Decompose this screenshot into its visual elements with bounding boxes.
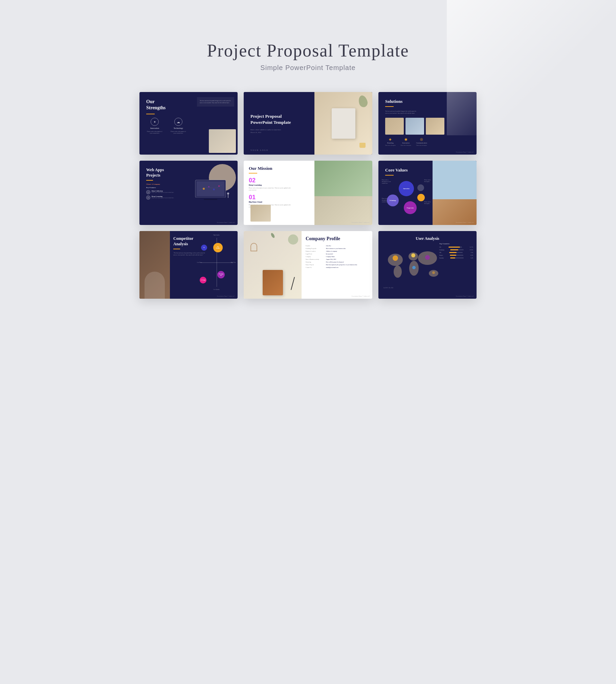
- world-map: Jan 2018 - Dec 2022: [383, 245, 443, 285]
- mission-underline: [249, 173, 257, 174]
- slide-corevalues[interactable]: Core Values Please write adescription of…: [378, 161, 477, 225]
- stat-pct: 8.55%: [470, 249, 473, 251]
- page-title: Project Proposal Template: [0, 0, 616, 61]
- stat-bar-fill: [450, 249, 458, 250]
- info-label: Contact Us: [306, 267, 324, 268]
- innovation-sol-label: Innovation: [402, 142, 410, 144]
- communication-desc: Please write a description: [416, 145, 427, 146]
- feature-1-icon: ⊙: [146, 190, 150, 194]
- profile-info-table: FounderJohn DoeFounding ProposalsShort s…: [306, 245, 368, 268]
- branding-label: Branding: [387, 142, 394, 144]
- branding-icon: ◈: [389, 137, 392, 141]
- stat-pct: 5.4%: [470, 257, 473, 259]
- cv-photo-top: [433, 161, 477, 199]
- stats-rows: US 12.7% Germany 8.55% UK 7.9% France 6.…: [439, 246, 473, 259]
- cv-label-4: Please write adescription.: [424, 201, 431, 205]
- innovation-desc: Please write a description of your conte…: [146, 131, 163, 134]
- mission-right: [314, 161, 372, 225]
- info-label: Business Location: [306, 250, 324, 252]
- cover-title: Project ProposalPowerPoint Template: [250, 113, 308, 126]
- cover-logo: YOUR LOGO: [250, 149, 268, 151]
- feature-1-desc: Please write a description of your conte…: [152, 192, 174, 193]
- info-value: Address of company: [326, 250, 337, 252]
- feature-2-icon: ⊙: [146, 196, 150, 200]
- profile-info-row: FounderJohn Doe: [306, 245, 368, 247]
- page-num-corevalues: Presentation Name © Author ● 6: [456, 222, 474, 223]
- info-label: Future Projects: [306, 264, 324, 266]
- solution-photo-2: [405, 118, 424, 135]
- profile-content: Company Profile FounderJohn DoeFounding …: [302, 231, 372, 299]
- cover-photo: [314, 92, 372, 155]
- corevalues-photo: [433, 161, 477, 225]
- svg-point-18: [432, 271, 435, 274]
- icon-technology: ☁ Technology Please write a description …: [170, 118, 187, 134]
- svg-point-5: [218, 185, 220, 187]
- svg-point-15: [411, 253, 415, 257]
- cover-left: Project ProposalPowerPoint Template Ente…: [244, 92, 314, 155]
- innovation-icon: ✦: [151, 118, 159, 126]
- slide-webapps[interactable]: Web AppsProjects Client: A Company Key F…: [139, 161, 238, 225]
- stats-title: Top Countries: [439, 243, 473, 245]
- stat-label: Germany: [439, 249, 444, 251]
- stat-pct: 12.7%: [470, 246, 473, 248]
- page-num-useranalysis: Presentation Name © Author ● 9: [456, 295, 474, 297]
- coffee-cup: [359, 143, 366, 148]
- info-value: email@youremail.com: [326, 267, 338, 268]
- solutions-underline: [385, 106, 394, 107]
- webapps-underline: [146, 180, 153, 181]
- info-label: Founding Proposals: [306, 248, 324, 249]
- profile-info-row: FinancingHow will the project be finance…: [306, 261, 368, 263]
- bubble-small-2: [417, 184, 424, 191]
- technology-icon: ☁: [174, 118, 182, 126]
- solutions-title: Solutions: [385, 99, 470, 104]
- strengths-underline: [146, 114, 155, 114]
- slide-row-3: CompetitorAnalysis "The best and most be…: [27, 231, 589, 299]
- innovation-sol-desc: Please write a description: [401, 145, 411, 146]
- profile-info-row: Contact Usemail@youremail.com: [306, 267, 368, 268]
- slides-wrapper: OurStrengths ✦ Innovation Please write a…: [0, 92, 616, 332]
- stat-bar-bg: [448, 247, 462, 248]
- slide-strengths[interactable]: OurStrengths ✦ Innovation Please write a…: [139, 92, 238, 155]
- slide-profile[interactable]: Company Profile FounderJohn DoeFounding …: [244, 231, 372, 299]
- solution-photo-3: [426, 118, 444, 135]
- communication-icon: ◎: [420, 137, 423, 141]
- stat-pct: 6.9%: [470, 254, 473, 256]
- stat-row: UK 7.9%: [439, 252, 473, 253]
- page-num-competitor: Presentation Name © Author ● 7: [217, 295, 235, 297]
- stat-label: Sweden: [439, 257, 444, 259]
- info-value: August 10th, 2010: [326, 258, 336, 260]
- stat-bar-fill: [448, 247, 460, 248]
- bubble-competitor-a: A. Comp: [200, 277, 206, 283]
- page-subtitle: Simple PowerPoint Template: [0, 64, 616, 72]
- page-num-solutions: Presentation Name © Author ● 3: [456, 151, 474, 153]
- map-time-labels: Jan 2018 - Dec 2022: [383, 287, 443, 289]
- slide-cover[interactable]: Project ProposalPowerPoint Template Ente…: [244, 92, 372, 155]
- slide-solutions[interactable]: Solutions The best and most beautiful th…: [378, 92, 477, 155]
- strengths-quote: The best and most beautiful things in th…: [197, 97, 234, 107]
- stat-bar-fill: [450, 257, 455, 258]
- cover-date: March 20, 2022: [250, 132, 308, 133]
- page-num-webapps: Presentation Name © Author ● 4: [217, 222, 235, 223]
- svg-point-17: [412, 266, 416, 269]
- solutions-icons: ◈ Branding Please write a description ◉ …: [385, 137, 470, 146]
- info-label: Start of Business activity: [306, 258, 324, 260]
- slide-competitor[interactable]: CompetitorAnalysis "The best and most be…: [139, 231, 238, 299]
- plant-decoration: [357, 94, 369, 108]
- stat-pct: 7.9%: [470, 252, 473, 253]
- strengths-photo: [209, 129, 236, 153]
- technology-label: Technology: [174, 127, 183, 129]
- cover-author: Enter a short subtitle or author to name…: [250, 129, 308, 131]
- mission-item-2: 02 Deep Learning Please write a descript…: [249, 177, 309, 191]
- plant-decoration: [288, 234, 298, 245]
- laptop-area: [192, 164, 236, 201]
- communication-label: Communication: [416, 142, 427, 144]
- competitor-underline: [173, 249, 180, 249]
- stat-bar-bg: [450, 255, 463, 256]
- cv-label-3: Please write adescription.: [424, 179, 431, 183]
- solutions-body: The best and most beautiful things in th…: [385, 110, 419, 114]
- stats-area: Top Countries US 12.7% Germany 8.55% UK …: [439, 243, 473, 260]
- mission-num-1: 01: [249, 194, 309, 201]
- stat-bar-fill: [450, 255, 456, 256]
- slide-mission[interactable]: Our Mission 02 Deep Learning Please writ…: [244, 161, 372, 225]
- slide-useranalysis[interactable]: User Analysis: [378, 231, 477, 299]
